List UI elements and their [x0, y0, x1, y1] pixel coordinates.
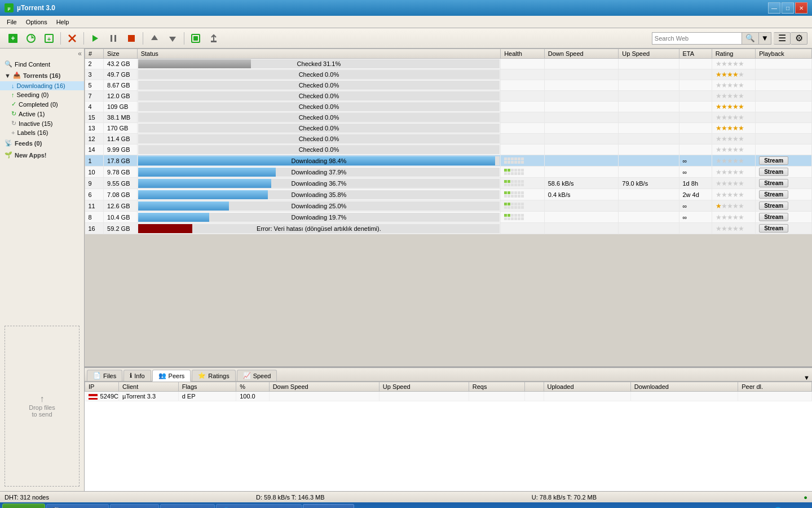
table-row[interactable]: 15 38.1 MB Checked 0.0% — [85, 112, 812, 123]
table-row[interactable]: 3 49.7 GB Checked 0.0% — [85, 69, 812, 80]
stream-button[interactable]: Stream — [759, 213, 788, 221]
sidebar-inactive[interactable]: ↻ Inactive (15) — [0, 119, 84, 128]
col-ip[interactable]: IP — [85, 382, 119, 392]
sidebar-downloading[interactable]: ↓ Downloading (16) — [0, 81, 84, 90]
search-button[interactable]: 🔍 — [742, 32, 759, 45]
torrent-playback[interactable]: Stream — [756, 167, 812, 178]
sidebar-labels[interactable]: + Labels (16) — [0, 128, 84, 137]
taskbar-local-disk[interactable]: 💾 Yerel Disk (G:) — [46, 504, 109, 508]
create-torrent-button[interactable]: + — [41, 30, 58, 46]
torrent-playback[interactable]: Stream — [756, 200, 812, 212]
col-health[interactable]: Health — [501, 49, 545, 59]
col-eta[interactable]: ETA — [679, 49, 712, 59]
taskbar-forum[interactable]: 🌐 Donanım Haber Foru... — [216, 504, 302, 508]
table-row[interactable]: 7 12.0 GB Checked 0.0% — [85, 91, 812, 102]
start-button[interactable] — [87, 30, 104, 46]
move-down-button[interactable] — [164, 30, 181, 46]
search-options-button[interactable]: ▼ — [759, 32, 771, 45]
tab-peers[interactable]: 👥 Peers — [152, 370, 191, 382]
peer-row[interactable]: 5249CB15.cm-4-2d.dy... µTorrent 3.3 d EP… — [85, 392, 812, 401]
panel-resize-icon[interactable]: ▼ — [804, 374, 810, 381]
torrent-playback[interactable]: Stream — [756, 178, 812, 189]
stream-button[interactable]: Stream — [759, 190, 788, 199]
col-playback[interactable]: Playback — [756, 49, 812, 59]
table-row[interactable]: 5 8.67 GB Checked 0.0% — [85, 80, 812, 91]
sidebar-collapse-button[interactable]: « — [0, 49, 84, 59]
view-toggle-button[interactable]: ☰ — [774, 32, 791, 45]
taskbar-computer[interactable]: 🖥 Bilgisayarım — [160, 504, 215, 508]
torrent-playback[interactable]: Stream — [756, 189, 812, 200]
table-row[interactable]: 16 59.2 GB Error: Veri hatası (döngüsel … — [85, 223, 812, 234]
menu-options[interactable]: Options — [21, 17, 52, 27]
close-button[interactable]: ✕ — [795, 2, 807, 14]
col-uploaded-peer[interactable]: Uploaded — [544, 382, 630, 392]
table-row[interactable]: 2 43.2 GB Checked 31.1% — [85, 59, 812, 69]
table-row[interactable]: 1 17.8 GB Downloading 98.4% — [85, 155, 812, 167]
taskbar-utorrent[interactable]: μ µTorrent 3.0 — [303, 504, 354, 508]
torrent-up-speed — [619, 59, 679, 69]
svg-rect-8 — [111, 35, 112, 42]
tab-files[interactable]: 📄 Files — [87, 370, 122, 381]
col-up-speed[interactable]: Up Speed — [619, 49, 679, 59]
col-status[interactable]: Status — [137, 49, 501, 59]
taskbar-ffoutput[interactable]: 📁 FFOutput — [110, 504, 158, 508]
col-peer-dl[interactable]: Peer dl. — [738, 382, 812, 392]
torrent-playback[interactable]: Stream — [756, 155, 812, 167]
col-size[interactable]: Size — [104, 49, 138, 59]
col-number[interactable]: # — [85, 49, 104, 59]
tab-speed[interactable]: 📈 Speed — [237, 370, 277, 381]
table-row[interactable]: 12 11.4 GB Checked 0.0% — [85, 134, 812, 144]
remote-button[interactable] — [187, 30, 204, 46]
maximize-button[interactable]: □ — [782, 2, 794, 14]
stream-button[interactable]: Stream — [759, 156, 788, 165]
minimize-button[interactable]: — — [768, 2, 780, 14]
settings-button[interactable]: ⚙ — [791, 32, 807, 45]
col-down-speed[interactable]: Down Speed — [544, 49, 619, 59]
stop-button[interactable] — [123, 30, 140, 46]
table-row[interactable]: 13 170 GB Checked 0.0% — [85, 123, 812, 134]
search-input[interactable] — [652, 32, 742, 45]
torrent-list[interactable]: # Size Status Health Down Speed Up Speed… — [85, 49, 812, 367]
table-row[interactable]: 4 109 GB Checked 0.0% — [85, 102, 812, 112]
col-percent[interactable]: % — [236, 382, 269, 392]
pause-button[interactable] — [105, 30, 122, 46]
col-down-speed-peer[interactable]: Down Speed — [269, 382, 379, 392]
menu-file[interactable]: File — [2, 17, 21, 27]
stream-button[interactable]: Stream — [759, 202, 788, 210]
sidebar-new-apps[interactable]: 🌱 New Apps! — [0, 149, 84, 161]
table-row[interactable]: 6 7.08 GB Downloading 35.8% — [85, 189, 812, 200]
menu-help[interactable]: Help — [52, 17, 74, 27]
refresh-button[interactable] — [23, 30, 39, 46]
table-row[interactable]: 9 9.55 GB Downloading 36.7% — [85, 178, 812, 189]
table-row[interactable]: 8 10.4 GB Downloading 19.7% — [85, 212, 812, 223]
col-downloaded-peer[interactable]: Downloaded — [630, 382, 738, 392]
sidebar-active[interactable]: ↻ Active (1) — [0, 109, 84, 119]
stream-button[interactable]: Stream — [759, 224, 788, 233]
tab-ratings[interactable]: ⭐ Ratings — [192, 370, 235, 381]
sidebar-torrents-section[interactable]: ▼ 📥 Torrents (16) — [0, 69, 84, 81]
delete-button[interactable] — [64, 30, 81, 46]
table-row[interactable]: 11 12.6 GB Downloading 25.0% — [85, 200, 812, 212]
table-row[interactable]: 14 9.99 GB Checked 0.0% — [85, 144, 812, 155]
col-reqs[interactable]: Reqs — [469, 382, 524, 392]
torrent-playback[interactable]: Stream — [756, 223, 812, 234]
sidebar-find-content[interactable]: 🔍 Find Content — [0, 59, 84, 69]
seeding-label: Seeding (0) — [17, 91, 49, 98]
tab-info[interactable]: ℹ Info — [123, 370, 151, 381]
stream-button[interactable]: Stream — [759, 179, 788, 187]
move-up-button[interactable] — [146, 30, 163, 46]
start-menu-button[interactable]: ⊞ Başlat — [2, 503, 45, 508]
col-up-speed-peer[interactable]: Up Speed — [379, 382, 469, 392]
col-rating[interactable]: Rating — [712, 49, 756, 59]
table-row[interactable]: 10 9.78 GB Downloading 37.9% — [85, 167, 812, 178]
add-torrent-button[interactable]: + — [5, 30, 21, 46]
stream-button[interactable]: Stream — [759, 168, 788, 176]
col-client[interactable]: Client — [119, 382, 179, 392]
torrent-playback[interactable]: Stream — [756, 212, 812, 223]
drop-zone[interactable]: ↑ Drop files to send — [5, 326, 80, 487]
col-flags[interactable]: Flags — [178, 382, 236, 392]
share-button[interactable] — [205, 30, 222, 46]
sidebar-seeding[interactable]: ↑ Seeding (0) — [0, 90, 84, 99]
sidebar-completed[interactable]: ✓ Completed (0) — [0, 99, 84, 109]
sidebar-feeds-section[interactable]: 📡 Feeds (0) — [0, 137, 84, 149]
